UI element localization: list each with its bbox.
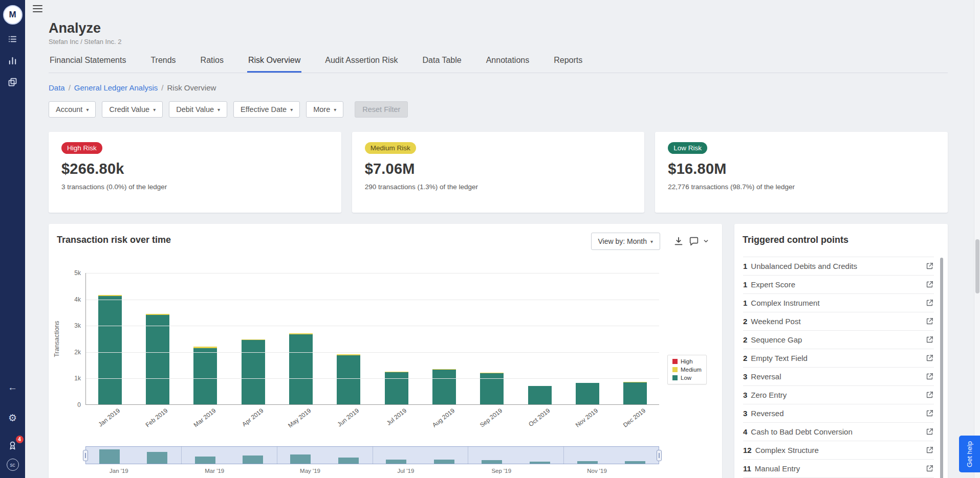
page-scrollbar[interactable] xyxy=(974,0,980,478)
chevron-down-icon[interactable] xyxy=(703,238,709,244)
bar-stack[interactable] xyxy=(576,383,599,404)
range-navigator[interactable] xyxy=(85,446,659,464)
bar-slot: Nov 2019 xyxy=(563,273,611,404)
control-points-scrollbar[interactable] xyxy=(940,258,943,478)
bar-stack[interactable] xyxy=(385,372,408,404)
comment-icon[interactable] xyxy=(688,235,700,247)
chart-title: Transaction risk over time xyxy=(57,235,171,245)
windows-overlap-icon[interactable] xyxy=(6,75,20,89)
bar-nov-2019-low[interactable] xyxy=(576,383,599,404)
external-link-icon[interactable] xyxy=(925,446,934,455)
external-link-icon[interactable] xyxy=(925,317,934,326)
external-link-icon[interactable] xyxy=(925,354,934,363)
bar-mar-2019-low[interactable] xyxy=(193,348,217,404)
caret-down-icon: ▾ xyxy=(650,239,653,244)
tab-risk-overview[interactable]: Risk Overview xyxy=(247,54,301,73)
bar-stack[interactable] xyxy=(193,347,217,404)
bar-stack[interactable] xyxy=(480,373,504,404)
control-point-row-reversed: 3Reversed xyxy=(743,404,934,423)
control-point-label: Reversed xyxy=(751,409,925,418)
external-link-icon[interactable] xyxy=(925,335,934,345)
control-point-count: 1 xyxy=(743,262,747,270)
x-axis-label: Mar 2019 xyxy=(192,407,217,428)
bar-may-2019-low[interactable] xyxy=(289,334,313,404)
menu-icon[interactable] xyxy=(33,5,42,14)
control-point-label: Complex Structure xyxy=(755,446,925,454)
external-link-icon[interactable] xyxy=(925,299,934,308)
bar-stack[interactable] xyxy=(146,314,169,405)
navigator-right-handle[interactable] xyxy=(657,450,662,461)
external-link-icon[interactable] xyxy=(925,280,934,289)
bar-slot: Mar 2019 xyxy=(182,273,229,404)
tab-data-table[interactable]: Data Table xyxy=(421,54,462,73)
bar-jun-2019-low[interactable] xyxy=(337,355,360,404)
external-link-icon[interactable] xyxy=(925,391,934,400)
view-by-dropdown[interactable]: View by: Month ▾ xyxy=(591,233,661,250)
avatar[interactable]: sc xyxy=(7,459,19,471)
bar-jan-2019-low[interactable] xyxy=(98,296,122,404)
legend-item-high[interactable]: High xyxy=(672,358,702,365)
bar-stack[interactable] xyxy=(242,339,265,404)
filter-effective-date[interactable]: Effective Date▾ xyxy=(233,101,300,118)
settings-gear-icon[interactable]: ⚙ xyxy=(6,411,20,425)
external-link-icon[interactable] xyxy=(925,372,934,381)
control-point-row-expert-score: 1Expert Score xyxy=(743,276,934,294)
bar-stack[interactable] xyxy=(289,333,313,404)
tab-reports[interactable]: Reports xyxy=(553,54,583,73)
reset-filter-button[interactable]: Reset Filter xyxy=(355,101,408,118)
tab-annotations[interactable]: Annotations xyxy=(485,54,531,73)
filter-label: More xyxy=(313,105,330,113)
filter-account[interactable]: Account▾ xyxy=(49,101,96,118)
back-arrow-icon: ← xyxy=(8,382,17,392)
tab-ratios[interactable]: Ratios xyxy=(200,54,225,73)
bar-stack[interactable] xyxy=(337,354,360,404)
legend-item-medium[interactable]: Medium xyxy=(672,367,702,373)
y-axis-tick: 1k xyxy=(61,375,81,382)
bars: Jan 2019Feb 2019Mar 2019Apr 2019May 2019… xyxy=(86,273,659,404)
bar-jul-2019-low[interactable] xyxy=(385,372,408,404)
bar-dec-2019-low[interactable] xyxy=(623,382,647,404)
scrollbar-thumb[interactable] xyxy=(940,258,943,478)
bar-apr-2019-low[interactable] xyxy=(242,340,265,404)
control-point-count: 3 xyxy=(743,409,747,418)
app-logo[interactable]: M xyxy=(3,5,23,25)
navigator-tick xyxy=(277,446,277,464)
download-icon[interactable] xyxy=(672,235,685,247)
external-link-icon[interactable] xyxy=(925,427,934,437)
control-point-row-zero-entry: 3Zero Entry xyxy=(743,386,934,404)
tab-audit-assertion-risk[interactable]: Audit Assertion Risk xyxy=(324,54,399,73)
bar-sep-2019-low[interactable] xyxy=(480,373,504,404)
ledger-list-icon[interactable] xyxy=(6,32,20,46)
page-scrollbar-thumb[interactable] xyxy=(975,239,979,293)
bar-stack[interactable] xyxy=(432,369,456,404)
bar-stack[interactable] xyxy=(98,295,122,404)
bar-feb-2019-low[interactable] xyxy=(146,315,169,404)
award-notifications-icon[interactable]: 4 xyxy=(6,438,20,452)
bar-aug-2019-low[interactable] xyxy=(432,370,456,404)
external-link-icon[interactable] xyxy=(925,262,934,271)
external-link-icon[interactable] xyxy=(925,409,934,418)
breadcrumb-link-data[interactable]: Data xyxy=(49,83,65,92)
x-axis-label: Apr 2019 xyxy=(241,407,265,428)
filter-label: Credit Value xyxy=(109,105,149,113)
avatar-initials: sc xyxy=(10,462,15,468)
breadcrumb-link-general-ledger-analysis[interactable]: General Ledger Analysis xyxy=(74,83,158,92)
collapse-back-icon[interactable]: ← xyxy=(6,380,20,394)
caret-down-icon: ▾ xyxy=(290,107,293,112)
bar-oct-2019-low[interactable] xyxy=(528,386,552,404)
filter-more[interactable]: More▾ xyxy=(306,101,343,118)
filter-debit-value[interactable]: Debit Value▾ xyxy=(169,101,227,118)
x-axis-label: Feb 2019 xyxy=(144,407,169,428)
get-help-tab[interactable]: Get help xyxy=(959,436,980,472)
external-link-icon[interactable] xyxy=(925,464,934,473)
filter-credit-value[interactable]: Credit Value▾ xyxy=(102,101,163,118)
legend-swatch xyxy=(672,367,678,372)
navigator-left-handle[interactable] xyxy=(83,450,88,461)
control-point-row-empty-text-field: 2Empty Text Field xyxy=(743,349,934,368)
tab-financial-statements[interactable]: Financial Statements xyxy=(49,54,127,73)
tab-trends[interactable]: Trends xyxy=(149,54,177,73)
bar-chart-icon[interactable] xyxy=(6,53,20,67)
legend-item-low[interactable]: Low xyxy=(672,375,702,381)
bar-stack[interactable] xyxy=(528,386,552,404)
bar-stack[interactable] xyxy=(623,382,647,404)
